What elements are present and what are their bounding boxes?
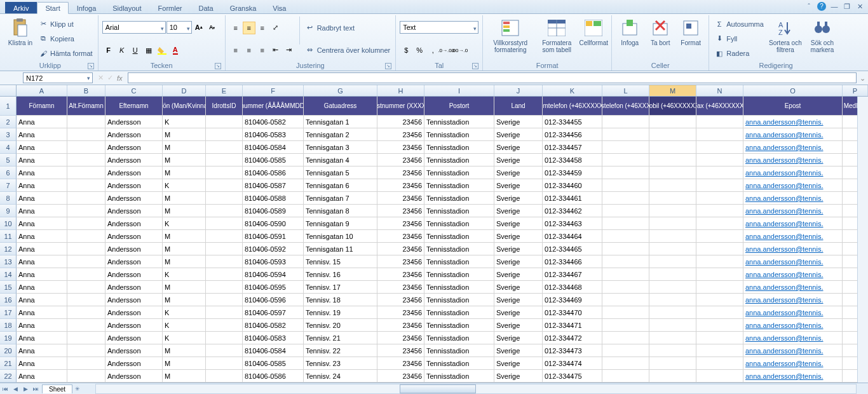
- cell[interactable]: Tennisstadion: [424, 166, 494, 179]
- cell[interactable]: 012-334455: [543, 116, 602, 128]
- cell[interactable]: [696, 268, 743, 281]
- cell[interactable]: anna.andersson@tennis.: [743, 370, 843, 383]
- cell[interactable]: [649, 154, 696, 166]
- cell[interactable]: 012-334461: [543, 192, 602, 205]
- cell[interactable]: [67, 255, 105, 268]
- row-header[interactable]: 16: [0, 294, 17, 306]
- col-header-I[interactable]: I: [424, 85, 494, 96]
- cell[interactable]: anna.andersson@tennis.: [743, 294, 843, 306]
- col-header-F[interactable]: F: [243, 85, 304, 96]
- increase-decimal-icon[interactable]: .0→.00: [440, 44, 452, 57]
- cell[interactable]: anna.andersson@tennis.: [743, 192, 843, 205]
- clipboard-dialog-icon[interactable]: ↘: [88, 63, 94, 69]
- header-cell-G[interactable]: Gatuadress: [304, 97, 377, 116]
- cell[interactable]: 810406-0592: [243, 243, 304, 255]
- row-header[interactable]: 14: [0, 268, 17, 281]
- cell[interactable]: Anna: [17, 243, 67, 255]
- cell[interactable]: [67, 357, 105, 370]
- cell[interactable]: Andersson: [105, 205, 163, 217]
- cell[interactable]: [696, 116, 743, 128]
- cell[interactable]: anna.andersson@tennis.: [743, 116, 843, 128]
- cell[interactable]: K: [163, 332, 206, 344]
- email-link[interactable]: anna.andersson@tennis.: [745, 169, 823, 177]
- cell[interactable]: K: [163, 217, 206, 230]
- clear-button[interactable]: ◧Radera: [713, 47, 765, 60]
- cell[interactable]: [649, 357, 696, 370]
- cell[interactable]: Sverige: [494, 230, 543, 243]
- cell[interactable]: Tennisv. 17: [304, 281, 377, 294]
- cell[interactable]: Anna: [17, 294, 67, 306]
- cell[interactable]: anna.andersson@tennis.: [743, 344, 843, 357]
- cell[interactable]: [602, 255, 649, 268]
- row-header[interactable]: 21: [0, 357, 17, 370]
- email-link[interactable]: anna.andersson@tennis.: [745, 220, 823, 228]
- cell[interactable]: [649, 319, 696, 332]
- col-header-E[interactable]: E: [206, 85, 243, 96]
- cell[interactable]: Tennisstadion: [424, 357, 494, 370]
- cell[interactable]: 012-334468: [543, 281, 602, 294]
- cell[interactable]: Tennisstadion: [424, 217, 494, 230]
- cell[interactable]: Sverige: [494, 192, 543, 205]
- indent-dec-icon[interactable]: ⇤: [269, 44, 282, 57]
- cell[interactable]: [67, 217, 105, 230]
- header-cell-H[interactable]: Postnummer (XXXXX): [377, 97, 424, 116]
- email-link[interactable]: anna.andersson@tennis.: [745, 347, 823, 355]
- cell[interactable]: anna.andersson@tennis.: [743, 205, 843, 217]
- cell[interactable]: M: [163, 154, 206, 166]
- cell[interactable]: 23456: [377, 205, 424, 217]
- cell[interactable]: M: [163, 357, 206, 370]
- cell[interactable]: [649, 255, 696, 268]
- cell[interactable]: 23456: [377, 217, 424, 230]
- cell[interactable]: [602, 370, 649, 383]
- cell[interactable]: Andersson: [105, 294, 163, 306]
- cell[interactable]: Sverige: [494, 154, 543, 166]
- cell[interactable]: [649, 217, 696, 230]
- cell[interactable]: [649, 344, 696, 357]
- cell[interactable]: [67, 243, 105, 255]
- cell[interactable]: Tennisv. 22: [304, 344, 377, 357]
- cell[interactable]: Andersson: [105, 116, 163, 128]
- tab-start[interactable]: Start: [37, 2, 68, 14]
- cell[interactable]: [649, 192, 696, 205]
- cell[interactable]: anna.andersson@tennis.: [743, 319, 843, 332]
- font-dialog-icon[interactable]: ↘: [215, 63, 221, 69]
- ribbon-minimize-icon[interactable]: ˆ: [804, 3, 813, 10]
- cell[interactable]: 810406-0596: [243, 294, 304, 306]
- cell[interactable]: Sverige: [494, 306, 543, 319]
- cell[interactable]: Anna: [17, 154, 67, 166]
- cell[interactable]: [696, 357, 743, 370]
- cell[interactable]: anna.andersson@tennis.: [743, 357, 843, 370]
- cell[interactable]: [602, 192, 649, 205]
- border-icon[interactable]: ▦: [142, 44, 155, 57]
- cell[interactable]: [696, 243, 743, 255]
- cell[interactable]: 23456: [377, 281, 424, 294]
- cell[interactable]: Andersson: [105, 319, 163, 332]
- cell[interactable]: [206, 217, 243, 230]
- cell[interactable]: [67, 294, 105, 306]
- cell[interactable]: Andersson: [105, 306, 163, 319]
- cell[interactable]: Anna: [17, 128, 67, 141]
- cell[interactable]: [67, 268, 105, 281]
- align-center-icon[interactable]: ≡: [243, 44, 255, 57]
- window-close-icon[interactable]: ✕: [855, 3, 864, 11]
- cell[interactable]: Tennisgatan 4: [304, 154, 377, 166]
- email-link[interactable]: anna.andersson@tennis.: [745, 334, 823, 342]
- cell[interactable]: [696, 319, 743, 332]
- cell[interactable]: Tennisstadion: [424, 230, 494, 243]
- cell[interactable]: 012-334459: [543, 166, 602, 179]
- cell[interactable]: [649, 230, 696, 243]
- cell[interactable]: Anna: [17, 205, 67, 217]
- cell[interactable]: Tennisstadion: [424, 255, 494, 268]
- col-header-C[interactable]: C: [105, 85, 163, 96]
- cell[interactable]: [696, 154, 743, 166]
- cell[interactable]: 810406-0597: [243, 306, 304, 319]
- cell[interactable]: [67, 344, 105, 357]
- cell[interactable]: [649, 243, 696, 255]
- cell[interactable]: anna.andersson@tennis.: [743, 332, 843, 344]
- align-middle-icon[interactable]: ≡: [243, 22, 255, 34]
- cell[interactable]: [602, 294, 649, 306]
- cell[interactable]: anna.andersson@tennis.: [743, 230, 843, 243]
- paste-button[interactable]: Klistra in: [6, 17, 34, 61]
- cell[interactable]: Tennisgatan 5: [304, 166, 377, 179]
- row-header[interactable]: 13: [0, 255, 17, 268]
